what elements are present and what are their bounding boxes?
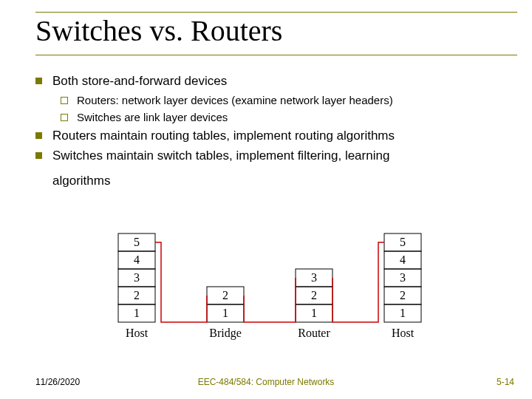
router-3: 3 xyxy=(311,271,317,284)
hostL-4: 4 xyxy=(134,253,140,266)
label-host-right: Host xyxy=(392,327,415,339)
hostL-5: 5 xyxy=(134,236,140,248)
bullet-1-1-text: Routers: network layer devices (examine … xyxy=(77,92,511,109)
slide-title: Switches vs. Routers xyxy=(35,15,511,47)
bullet-1-2: Switches are link layer devices xyxy=(61,109,511,126)
hostR-5: 5 xyxy=(400,236,406,248)
bullet-3-text: Switches maintain switch tables, impleme… xyxy=(52,147,511,166)
square-bullet-icon xyxy=(35,78,42,84)
square-bullet-icon xyxy=(35,152,42,159)
footer-page: 5-14 xyxy=(497,377,514,387)
router-1: 1 xyxy=(311,307,317,319)
hostR-4: 4 xyxy=(400,253,406,266)
square-bullet-icon xyxy=(35,132,42,139)
bullet-1: Both store-and-forward devices xyxy=(35,72,511,91)
label-bridge: Bridge xyxy=(209,327,242,340)
hostL-1: 1 xyxy=(134,307,140,319)
title-rule-top xyxy=(35,12,517,13)
slide-footer: 11/26/2020 EEC-484/584: Computer Network… xyxy=(0,377,532,390)
hostR-3: 3 xyxy=(400,271,406,284)
bridge-2: 2 xyxy=(222,289,228,301)
bridge-1: 1 xyxy=(222,307,228,319)
hostR-2: 2 xyxy=(400,289,406,301)
bullet-2-text: Routers maintain routing tables, impleme… xyxy=(52,127,511,146)
label-router: Router xyxy=(298,327,330,339)
label-host-left: Host xyxy=(126,327,149,339)
bullet-1-2-text: Switches are link layer devices xyxy=(77,109,511,126)
bullet-1-1: Routers: network layer devices (examine … xyxy=(61,92,511,109)
hollow-square-bullet-icon xyxy=(61,97,68,104)
layer-stack-diagram: 5 4 3 2 1 2 1 3 2 1 5 4 3 2 xyxy=(0,219,532,362)
bullet-3-continuation: algorithms xyxy=(52,172,511,191)
bullet-2: Routers maintain routing tables, impleme… xyxy=(35,127,511,146)
bullet-3: Switches maintain switch tables, impleme… xyxy=(35,147,511,166)
diagram-svg: 5 4 3 2 1 2 1 3 2 1 5 4 3 2 xyxy=(96,219,436,359)
router-2: 2 xyxy=(311,289,317,301)
footer-date: 11/26/2020 xyxy=(35,377,80,387)
hostR-1: 1 xyxy=(400,307,406,319)
hostL-2: 2 xyxy=(134,289,140,301)
slide: Switches vs. Routers Both store-and-forw… xyxy=(0,0,532,399)
hostL-3: 3 xyxy=(134,271,140,284)
hollow-square-bullet-icon xyxy=(61,114,68,121)
bullet-1-text: Both store-and-forward devices xyxy=(52,72,511,91)
slide-body: Both store-and-forward devices Routers: … xyxy=(35,72,511,191)
title-rule-bottom xyxy=(35,55,517,55)
footer-course: EEC-484/584: Computer Networks xyxy=(198,377,335,387)
